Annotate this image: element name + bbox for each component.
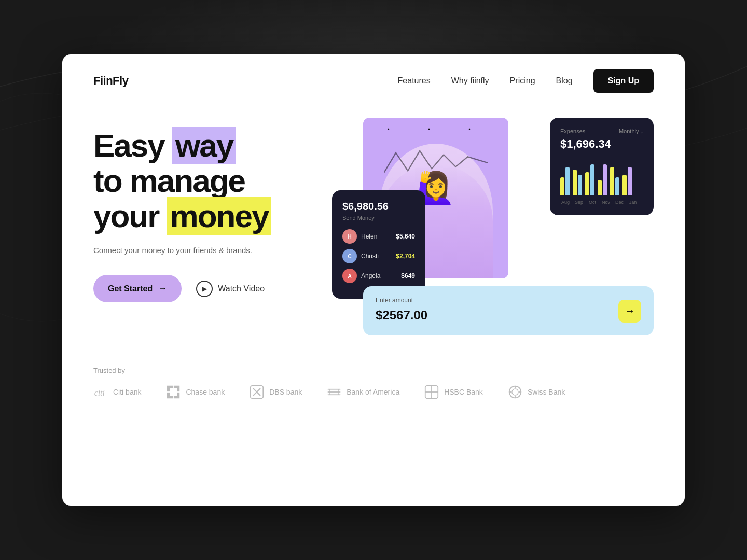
chart-label-oct: Oct	[587, 200, 598, 205]
avatar-helen: H	[342, 229, 357, 244]
cta-row: Get Started → ▶ Watch Video	[93, 275, 311, 302]
chart-label-nov: Nov	[601, 200, 611, 205]
bank-chase-name: Chase bank	[186, 388, 225, 396]
watch-video-label: Watch Video	[218, 284, 265, 293]
main-content: Easy way to manage your money Connect yo…	[62, 107, 685, 356]
swiss-icon	[508, 385, 522, 399]
hero-title-line3: your money	[93, 197, 271, 235]
send-money-label: Send Money	[342, 215, 415, 221]
expenses-header: Expenses Monthly ↓	[560, 128, 643, 134]
bank-citi: citi Citi bank	[93, 385, 141, 399]
send-amount-angela: $649	[401, 272, 415, 279]
nav-links: Features Why fiinfly Pricing Blog Sign U…	[398, 69, 654, 93]
send-amount-christi: $2,704	[396, 253, 415, 260]
bar-aug	[560, 167, 570, 195]
hero-title: Easy way to manage your money	[93, 128, 311, 234]
expenses-title: Expenses	[560, 128, 585, 134]
chart-label-dec: Dec	[614, 200, 625, 205]
enter-amount-button[interactable]: →	[618, 300, 641, 323]
bank-bofa: Bank of America	[327, 385, 399, 399]
nav-features[interactable]: Features	[398, 76, 431, 86]
send-row-2: C Christi $2,704	[342, 249, 415, 263]
expenses-period[interactable]: Monthly ↓	[619, 128, 643, 134]
bar-nov	[598, 164, 607, 195]
nav-blog[interactable]: Blog	[556, 76, 573, 86]
hero-left: Easy way to manage your money Connect yo…	[93, 118, 311, 302]
send-name-angela: Angela	[361, 272, 380, 279]
send-name-helen: Helen	[361, 233, 377, 240]
hero-your: your	[93, 198, 167, 234]
bank-swiss: Swiss Bank	[508, 385, 565, 399]
expenses-amount: $1,696.34	[560, 137, 643, 151]
get-started-button[interactable]: Get Started →	[93, 275, 182, 302]
bank-dbs: DBS bank	[250, 385, 302, 399]
bar-oct-blue	[590, 164, 594, 195]
banks-row: citi Citi bank Chase bank	[93, 385, 654, 399]
avatar-angela: A	[342, 269, 357, 283]
bank-citi-name: Citi bank	[113, 388, 141, 396]
bank-hsbc-name: HSBC Bank	[444, 388, 483, 396]
hero-title-line2: to manage	[93, 163, 245, 199]
send-row-3: A Angela $649	[342, 269, 415, 283]
bar-nov-purple	[603, 164, 607, 195]
enter-amount-card: Enter amount $2567.00 →	[363, 286, 654, 335]
hero-way-highlight: way	[172, 127, 236, 164]
bar-aug-yellow	[560, 177, 564, 195]
bar-sep	[573, 170, 582, 195]
chart-label-sep: Sep	[574, 200, 584, 205]
bar-jan-purple	[628, 167, 632, 195]
arrow-icon: →	[158, 283, 167, 294]
bar-sep-blue	[578, 175, 582, 195]
dbs-icon	[250, 385, 264, 399]
send-money-amount: $6,980.56	[342, 201, 415, 213]
chart-label-jan: Jan	[628, 200, 638, 205]
nav-why[interactable]: Why fiinfly	[451, 76, 489, 86]
bank-hsbc: HSBC Bank	[424, 385, 483, 399]
expenses-card: Expenses Monthly ↓ $1,696.34	[550, 118, 654, 215]
logo: FiinFly	[93, 74, 128, 88]
trusted-label: Trusted by	[93, 367, 654, 374]
bank-chase: Chase bank	[166, 385, 225, 399]
bank-bofa-name: Bank of America	[347, 388, 399, 396]
hero-right: 🙋‍♀️ $6,980.56 Send Money H Helen $5,640	[332, 118, 654, 335]
bar-oct	[585, 164, 594, 195]
watch-video-button[interactable]: ▶ Watch Video	[196, 281, 265, 297]
chart-labels: Aug Sep Oct Nov Dec Jan	[560, 200, 643, 205]
avatar-christi: C	[342, 249, 357, 263]
bar-dec-blue	[615, 177, 619, 195]
bar-sep-yellow	[573, 170, 577, 195]
enter-amount-label: Enter amount	[376, 297, 618, 304]
bar-oct-yellow	[585, 172, 589, 195]
send-money-card: $6,980.56 Send Money H Helen $5,640 C Ch…	[332, 190, 425, 299]
get-started-label: Get Started	[108, 284, 153, 293]
svg-rect-6	[170, 388, 177, 396]
svg-point-19	[512, 389, 518, 395]
play-icon: ▶	[196, 281, 213, 297]
nav-pricing[interactable]: Pricing	[510, 76, 535, 86]
bar-jan-yellow	[622, 175, 627, 195]
bar-dec	[610, 167, 619, 195]
bar-aug-blue	[565, 167, 570, 195]
bar-jan	[622, 167, 632, 195]
hero-title-line1: Easy way	[93, 127, 236, 164]
enter-amount-value[interactable]: $2567.00	[376, 308, 479, 325]
trusted-section: Trusted by citi Citi bank	[62, 356, 685, 420]
hero-money-highlight: money	[167, 197, 272, 235]
hero-subtitle: Connect your money to your friends & bra…	[93, 245, 311, 257]
bar-dec-yellow	[610, 167, 614, 195]
send-amount-helen: $5,640	[396, 233, 415, 240]
svg-text:citi: citi	[94, 388, 105, 397]
signup-button[interactable]: Sign Up	[593, 69, 654, 93]
hero-easy: Easy	[93, 128, 172, 163]
page-container: FiinFly Features Why fiinfly Pricing Blo…	[62, 54, 685, 506]
chart-label-aug: Aug	[560, 200, 571, 205]
navbar: FiinFly Features Why fiinfly Pricing Blo…	[62, 54, 685, 107]
chart-bars	[560, 159, 643, 195]
send-row-1: H Helen $5,640	[342, 229, 415, 244]
citi-icon: citi	[93, 385, 108, 399]
bank-swiss-name: Swiss Bank	[528, 388, 565, 396]
bofa-icon	[327, 385, 341, 399]
send-name-christi: Christi	[361, 253, 379, 260]
chase-icon	[166, 385, 181, 399]
bar-nov-yellow	[598, 180, 602, 195]
